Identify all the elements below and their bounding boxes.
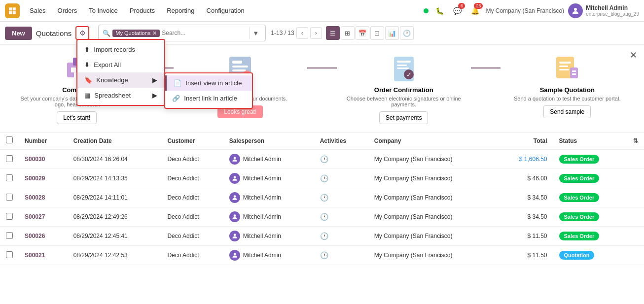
- row-number[interactable]: S00028: [19, 188, 68, 207]
- row-salesperson: Mitchell Admin: [223, 207, 314, 227]
- table-row[interactable]: S00028 08/29/2024 14:11:01 Deco Addict M…: [0, 188, 644, 207]
- row-checkbox[interactable]: [6, 251, 13, 258]
- salesperson-avatar: [229, 154, 240, 165]
- app-logo[interactable]: [5, 3, 20, 18]
- nav-sales[interactable]: Sales: [25, 5, 51, 16]
- row-checkbox[interactable]: [6, 213, 13, 220]
- export-label: Export All: [94, 61, 121, 68]
- svg-rect-7: [232, 61, 242, 64]
- dropdown-import[interactable]: ⬆ Import records: [77, 42, 164, 57]
- row-date: 08/29/2024 12:45:41: [68, 227, 162, 246]
- salesperson-avatar: [229, 173, 240, 184]
- nav-products[interactable]: Products: [125, 5, 160, 16]
- insert-view-label: Insert view in article: [185, 79, 242, 87]
- table-row[interactable]: S00026 08/29/2024 12:45:41 Deco Addict M…: [0, 227, 644, 246]
- row-action: [627, 188, 644, 207]
- row-status: Quotation: [553, 246, 628, 265]
- order-step-btn[interactable]: Set payments: [379, 111, 428, 124]
- row-number[interactable]: S00021: [19, 246, 68, 265]
- pivot-view-btn[interactable]: ⊡: [370, 26, 384, 40]
- row-activities[interactable]: 🕐: [314, 149, 368, 169]
- new-button[interactable]: New: [5, 27, 32, 40]
- view-buttons: ☰ ⊞ 📅 ⊡ 📊 🕐: [326, 26, 414, 40]
- row-activities[interactable]: 🕐: [314, 227, 368, 246]
- row-number[interactable]: S00026: [19, 227, 68, 246]
- close-banner-btn[interactable]: ✕: [630, 50, 637, 61]
- gear-button[interactable]: ⚙ ⬆ Import records ⬇ Export All 🔖 Knowle…: [75, 26, 89, 40]
- insert-view-item[interactable]: 📄 Insert view in article: [165, 75, 252, 91]
- svg-point-26: [233, 176, 236, 178]
- chat-icon-btn[interactable]: 💬 6: [450, 4, 464, 18]
- row-action: [627, 149, 644, 169]
- calendar-view-btn[interactable]: 📅: [356, 26, 369, 40]
- search-input[interactable]: [162, 30, 248, 36]
- svg-rect-3: [71, 68, 76, 72]
- row-number[interactable]: S00029: [19, 169, 68, 188]
- search-dropdown-btn[interactable]: ▼: [250, 27, 261, 39]
- row-activities[interactable]: 🕐: [314, 169, 368, 188]
- dropdown-export[interactable]: ⬇ Export All: [77, 57, 164, 72]
- export-item-left: ⬇ Export All: [84, 61, 121, 68]
- insert-link-item[interactable]: 🔗 Insert link in article: [165, 91, 252, 106]
- dropdown-spreadsheet[interactable]: ▦ Spreadsheet ▶: [77, 88, 164, 103]
- nav-to-invoice[interactable]: To Invoice: [84, 5, 123, 16]
- next-page-btn[interactable]: ›: [310, 27, 322, 39]
- dropdown-knowledge[interactable]: 🔖 Knowledge ▶ 📄 Insert view in article 🔗…: [77, 72, 164, 88]
- row-salesperson: Mitchell Admin: [223, 227, 314, 246]
- table-row[interactable]: S00027 08/29/2024 12:49:26 Deco Addict M…: [0, 207, 644, 227]
- user-db: enterprise_blog_aug_29: [586, 11, 639, 17]
- import-label: Import records: [94, 46, 135, 53]
- knowledge-submenu: 📄 Insert view in article 🔗 Insert link i…: [164, 72, 253, 109]
- nav-configuration[interactable]: Configuration: [202, 5, 250, 16]
- col-status: Status: [553, 133, 628, 149]
- row-checkbox[interactable]: [6, 174, 13, 181]
- prev-page-btn[interactable]: ‹: [296, 27, 308, 39]
- table-header-row: Number Creation Date Customer Salesperso…: [0, 133, 644, 149]
- list-view-btn[interactable]: ☰: [326, 26, 340, 40]
- quotations-table: Number Creation Date Customer Salesperso…: [0, 133, 644, 265]
- table-row[interactable]: S00029 08/29/2024 14:13:35 Deco Addict M…: [0, 169, 644, 188]
- search-area: 🔍 My Quotations ✕ ▼ 1-13 / 13 ‹ › ☰ ⊞ 📅 …: [98, 25, 639, 41]
- company-step-btn[interactable]: Let's start!: [57, 111, 97, 124]
- row-checkbox[interactable]: [6, 155, 13, 162]
- row-salesperson: Mitchell Admin: [223, 246, 314, 265]
- row-total: $ 46.00: [497, 169, 553, 188]
- row-activities[interactable]: 🕐: [314, 188, 368, 207]
- col-filter: ⇅: [627, 133, 644, 149]
- search-filter-tag[interactable]: My Quotations ✕: [112, 30, 160, 37]
- row-checkbox[interactable]: [6, 194, 13, 201]
- col-salesperson: Salesperson: [223, 133, 314, 149]
- upload-icon: ⬆: [84, 46, 90, 53]
- activity-icon-btn[interactable]: 🔔 26: [468, 4, 482, 18]
- filter-label: My Quotations: [115, 30, 150, 36]
- row-number[interactable]: S00027: [19, 207, 68, 227]
- graph-view-btn[interactable]: 📊: [385, 26, 399, 40]
- row-checkbox[interactable]: [6, 232, 13, 239]
- nav-orders[interactable]: Orders: [53, 5, 82, 16]
- filter-remove-icon[interactable]: ✕: [152, 30, 157, 36]
- svg-rect-14: [397, 65, 407, 66]
- status-badge: Quotation: [559, 251, 595, 260]
- row-activities[interactable]: 🕐: [314, 246, 368, 265]
- company-name: My Company (San Francisco): [486, 7, 564, 14]
- table-row[interactable]: S00021 08/29/2024 12:42:53 Deco Addict M…: [0, 246, 644, 265]
- row-total: $ 11.50: [497, 227, 553, 246]
- user-name: Mitchell Admin: [586, 4, 639, 11]
- doc-icon: 📄: [174, 79, 181, 87]
- row-number[interactable]: S00030: [19, 149, 68, 169]
- table-body: S00030 08/30/2024 16:26:04 Deco Addict M…: [0, 149, 644, 265]
- kanban-view-btn[interactable]: ⊞: [341, 26, 355, 40]
- row-date: 08/29/2024 14:11:01: [68, 188, 162, 207]
- svg-text:✓: ✓: [406, 71, 412, 78]
- user-block[interactable]: Mitchell Admin enterprise_blog_aug_29: [568, 3, 639, 18]
- sample-step-btn[interactable]: Send sample: [543, 105, 591, 118]
- row-activities[interactable]: 🕐: [314, 207, 368, 227]
- grid-icon: ▦: [84, 92, 90, 99]
- select-all-checkbox[interactable]: [6, 136, 13, 143]
- nav-reporting[interactable]: Reporting: [162, 5, 199, 16]
- clock-view-btn[interactable]: 🕐: [400, 26, 414, 40]
- table-row[interactable]: S00030 08/30/2024 16:26:04 Deco Addict M…: [0, 149, 644, 169]
- debug-icon-btn[interactable]: 🐛: [432, 4, 446, 18]
- row-company: My Company (San Francisco): [368, 169, 497, 188]
- col-customer: Customer: [161, 133, 223, 149]
